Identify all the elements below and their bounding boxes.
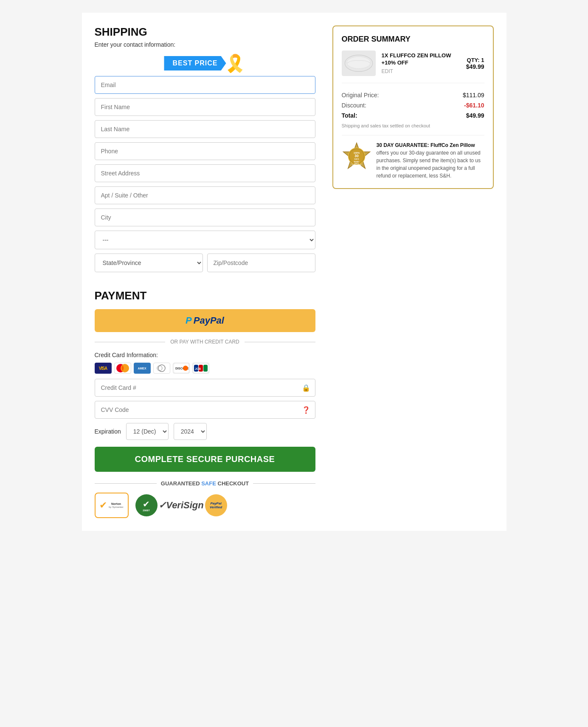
svg-point-13	[347, 56, 371, 68]
amex-icon: AMEX	[134, 363, 151, 374]
country-select[interactable]: --- United States Canada United Kingdom …	[95, 231, 315, 249]
ribbon-bow-icon: 🎗️	[225, 55, 246, 72]
total-row: Total: $49.99	[342, 110, 484, 121]
paypal-verified-badge: PayPal Verified	[205, 494, 227, 516]
original-price-value: $111.09	[463, 92, 484, 99]
norton-check-icon: ✔	[99, 500, 107, 511]
street-group	[95, 164, 315, 182]
payment-section: PAYMENT P PayPal OR PAY WITH CREDIT CARD…	[95, 289, 315, 518]
verisign-text-icon: ✓VeriSign	[158, 500, 203, 511]
expiry-month-select[interactable]: 1 (Jan) 2 (Feb) 3 (Mar) 4 (Apr) 5 (May) …	[126, 423, 169, 440]
paypal-button[interactable]: P PayPal	[95, 309, 315, 332]
cc-icons-row: VISA AMEX	[95, 363, 315, 374]
aeg-check-icon: ✔	[143, 499, 150, 509]
svg-text:JCB: JCB	[195, 367, 201, 370]
discover-icon: DISCOVER	[173, 363, 190, 374]
help-icon: ❓	[302, 406, 310, 414]
original-price-row: Original Price: $111.09	[342, 90, 484, 100]
country-group: --- United States Canada United Kingdom …	[95, 231, 315, 249]
visa-icon: VISA	[95, 363, 112, 374]
svg-rect-10	[203, 365, 208, 372]
guarantee-badge-icon: 100% 30 DAYS MONEY BACK GUARANTEE	[342, 141, 371, 171]
email-input[interactable]	[95, 76, 315, 94]
main-layout: SHIPPING Enter your contact information:…	[95, 25, 494, 518]
norton-sub-text: by Symantec	[109, 506, 124, 508]
guarantee-text: 30 DAY GUARANTEE: FluffCo Zen Pillow off…	[377, 141, 484, 180]
street-input[interactable]	[95, 164, 315, 182]
or-divider: OR PAY WITH CREDIT CARD	[95, 339, 315, 345]
complete-purchase-button[interactable]: COMPLETE SECURE PURCHASE	[95, 447, 315, 472]
svg-text:30: 30	[354, 154, 359, 158]
first-name-input[interactable]	[95, 98, 315, 116]
best-price-ribbon: BEST PRICE	[164, 56, 226, 70]
lock-icon: 🔒	[302, 384, 310, 392]
tax-note: Shipping and sales tax settled on checko…	[342, 123, 484, 128]
shipping-title: SHIPPING	[95, 25, 315, 39]
product-name: 1X FLUFFCO ZEN PILLOW +10% OFF	[382, 52, 460, 67]
guarantee-box: 100% 30 DAYS MONEY BACK GUARANTEE 30 DAY…	[342, 135, 484, 180]
city-input[interactable]	[95, 209, 315, 226]
norton-text: Norton	[109, 502, 124, 506]
discount-value: -$61.10	[464, 102, 484, 109]
city-group	[95, 209, 315, 226]
discount-row: Discount: -$61.10	[342, 100, 484, 110]
expiry-row: Expiration 1 (Jan) 2 (Feb) 3 (Mar) 4 (Ap…	[95, 423, 315, 440]
right-column: ORDER SUMMARY 1X FLUFFCO ZEN PILLOW +10%…	[332, 25, 494, 189]
original-price-label: Original Price:	[342, 92, 379, 99]
jcb-icon: JCB	[192, 363, 209, 374]
state-select[interactable]: State/Province	[95, 254, 203, 272]
last-name-group	[95, 120, 315, 138]
norton-badge: ✔ Norton by Symantec	[95, 493, 129, 518]
edit-link[interactable]: EDIT	[382, 68, 460, 74]
page-wrapper: SHIPPING Enter your contact information:…	[82, 13, 506, 531]
pillow-svg-icon	[344, 53, 374, 74]
payment-title: PAYMENT	[95, 289, 315, 302]
cc-info-label: Credit Card Information:	[95, 352, 315, 358]
paypal-logo: P PayPal	[186, 315, 224, 326]
paypal-p-icon: P	[186, 315, 192, 326]
product-image	[342, 51, 376, 76]
cvv-input[interactable]	[95, 401, 315, 419]
mastercard-icon	[114, 363, 131, 374]
zip-input[interactable]	[207, 254, 315, 272]
expiry-label: Expiration	[95, 428, 121, 435]
paypal-verified-text: PayPal Verified	[205, 502, 227, 509]
state-zip-row: State/Province	[95, 254, 315, 272]
svg-text:GUARANTEE: GUARANTEE	[352, 164, 361, 166]
guarantee-title: 30 DAY GUARANTEE: FluffCo Zen Pillow	[377, 142, 475, 148]
safe-checkout-section: GUARANTEED SAFE CHECKOUT ✔ Norton by Sym…	[95, 480, 315, 518]
order-summary-box: ORDER SUMMARY 1X FLUFFCO ZEN PILLOW +10%…	[332, 25, 494, 189]
or-text: OR PAY WITH CREDIT CARD	[170, 339, 239, 345]
svg-text:MONEY: MONEY	[354, 161, 360, 163]
first-name-group	[95, 98, 315, 116]
safe-checkout-text: GUARANTEED SAFE CHECKOUT	[161, 480, 249, 487]
guarantee-brand: FluffCo Zen Pillow	[430, 142, 475, 148]
product-row: 1X FLUFFCO ZEN PILLOW +10% OFF EDIT QTY:…	[342, 51, 484, 83]
product-info: 1X FLUFFCO ZEN PILLOW +10% OFF EDIT	[382, 52, 460, 74]
safe-word: SAFE	[201, 480, 216, 487]
aeg-text: 256BIT	[143, 509, 149, 512]
product-price: $49.99	[466, 63, 484, 70]
diners-icon	[153, 363, 170, 374]
product-qty: QTY: 1	[466, 57, 484, 63]
last-name-input[interactable]	[95, 120, 315, 138]
order-summary-title: ORDER SUMMARY	[342, 35, 484, 44]
svg-point-6	[183, 366, 188, 371]
cvv-wrap: ❓	[95, 401, 315, 419]
svg-point-3	[157, 366, 162, 371]
phone-group	[95, 142, 315, 160]
verisign-badge: ✓VeriSign	[164, 493, 198, 518]
shipping-subtitle: Enter your contact information:	[95, 41, 315, 48]
expiry-year-select[interactable]: 2024 2025 2026 2027 2028	[174, 423, 207, 440]
trust-badges-row: ✔ Norton by Symantec ✔ 256BIT	[95, 493, 315, 518]
cc-number-input[interactable]	[95, 379, 315, 397]
product-qty-price: QTY: 1 $49.99	[466, 57, 484, 70]
total-value: $49.99	[466, 112, 484, 119]
email-group	[95, 76, 315, 94]
best-price-badge: BEST PRICE 🎗️	[164, 55, 245, 72]
phone-input[interactable]	[95, 142, 315, 160]
discount-label: Discount:	[342, 102, 366, 109]
apt-input[interactable]	[95, 186, 315, 204]
apt-group	[95, 186, 315, 204]
svg-text:BACK: BACK	[354, 163, 359, 164]
